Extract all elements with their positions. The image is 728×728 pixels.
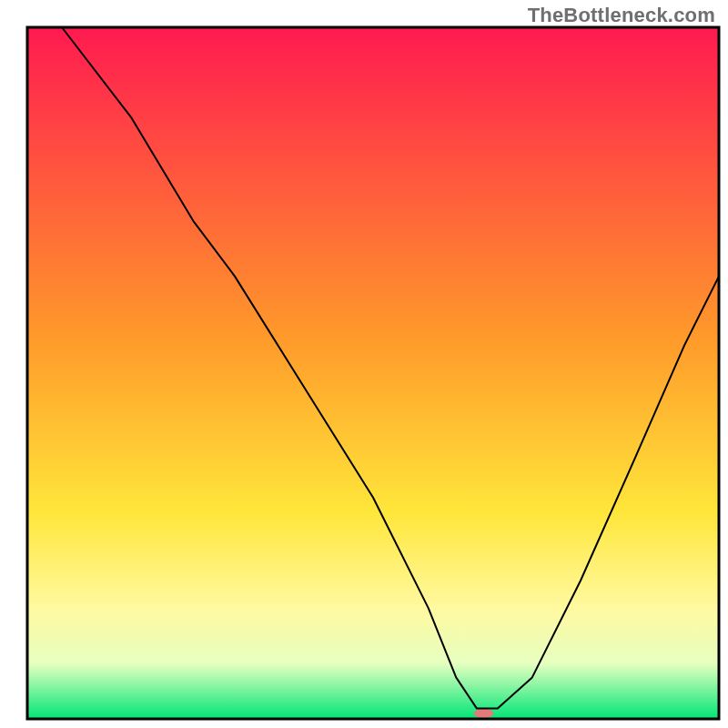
optimal-marker <box>474 709 494 718</box>
chart-background <box>27 27 719 719</box>
watermark-text: TheBottleneck.com <box>528 4 715 27</box>
bottleneck-chart <box>0 0 728 728</box>
chart-container: TheBottleneck.com <box>0 0 728 728</box>
